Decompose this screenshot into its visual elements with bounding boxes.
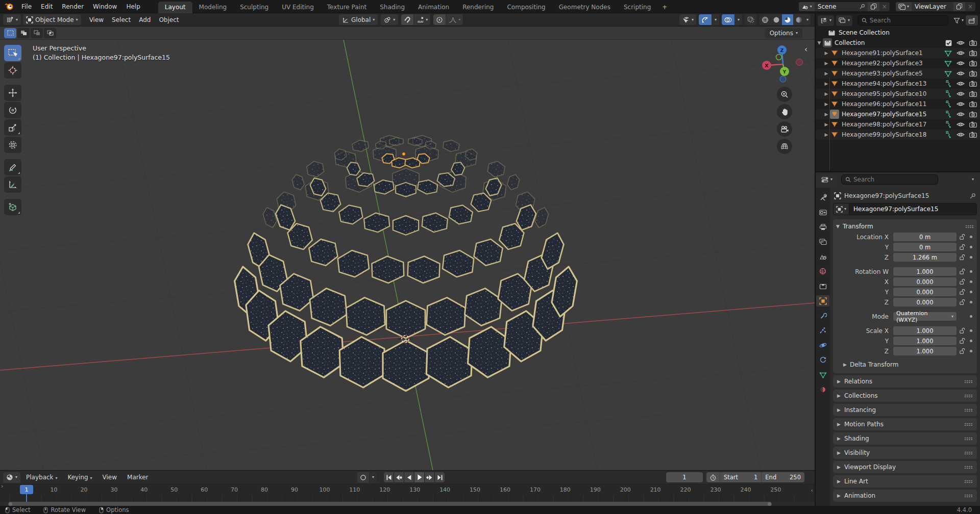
delta-transform-panel[interactable]: ▶Delta Transform (836, 359, 974, 370)
properties-tab-render[interactable] (816, 207, 829, 218)
viewlayer-selector[interactable]: ▾ ViewLayer × (895, 2, 976, 12)
expand-caret[interactable]: ▶ (823, 112, 830, 117)
properties-tab-collection[interactable] (816, 280, 829, 292)
expand-caret[interactable]: ▶ (823, 81, 830, 86)
disable-render-icon[interactable] (969, 132, 977, 138)
zoom-button[interactable] (777, 87, 792, 102)
workspace-tab-scripting[interactable]: Scripting (617, 2, 657, 13)
select-mode-extend[interactable] (17, 28, 30, 38)
animate-dot[interactable] (970, 315, 972, 318)
timeline-tracks[interactable] (0, 495, 815, 502)
menu-render[interactable]: Render (57, 2, 88, 12)
tool-rotate[interactable] (4, 102, 21, 118)
workspace-tab-uv-editing[interactable]: UV Editing (275, 2, 321, 13)
hide-eye-icon[interactable] (957, 111, 965, 117)
workspace-tab-shading[interactable]: Shading (373, 2, 411, 13)
tool-select-box[interactable] (4, 45, 21, 61)
shading-wireframe[interactable] (760, 14, 771, 25)
transform-value-field[interactable]: 1.000 (893, 347, 957, 355)
lock-icon[interactable] (957, 299, 968, 305)
panel-visibility[interactable]: ▶Visibility (833, 447, 977, 459)
tool-transform[interactable] (4, 137, 21, 153)
autokey-toggle[interactable] (357, 472, 369, 483)
outliner-item[interactable]: ▶Hexagone93:polySurface5 (816, 68, 980, 79)
object-origin-dot[interactable] (402, 152, 405, 156)
gizmos-toggle[interactable] (699, 14, 712, 25)
gizmo-neg-x-ball[interactable] (796, 59, 803, 66)
transform-value-field[interactable]: 0.000 (893, 298, 957, 306)
hide-eye-icon[interactable] (957, 81, 965, 87)
workspace-tab-rendering[interactable]: Rendering (456, 2, 500, 13)
workspace-tab-geometry-nodes[interactable]: Geometry Nodes (552, 2, 617, 13)
outliner-row-collection[interactable]: ▼Collection (816, 38, 980, 48)
autokey-dropdown[interactable]: ▾ (369, 472, 377, 483)
mesh-object-icon[interactable] (830, 89, 839, 98)
panel-instancing[interactable]: ▶Instancing (833, 404, 977, 416)
tool-cursor[interactable] (4, 62, 21, 79)
workspace-tab-layout[interactable]: Layout (158, 2, 192, 13)
proportional-falloff-selector[interactable]: ▾ (446, 14, 463, 25)
expand-caret[interactable]: ▶ (823, 61, 830, 66)
proportional-edit-toggle[interactable] (433, 14, 446, 25)
gizmos-dropdown[interactable]: ▾ (712, 14, 719, 25)
menu-object[interactable]: Object (155, 15, 183, 25)
hide-eye-icon[interactable] (957, 60, 965, 66)
exclude-checkbox[interactable] (945, 40, 952, 46)
play-reverse-button[interactable] (404, 472, 414, 482)
properties-tab-object[interactable] (816, 295, 829, 306)
selectability-icon[interactable]: ▾ (679, 14, 696, 25)
hide-eye-icon[interactable] (957, 70, 965, 76)
properties-tab-world[interactable] (816, 266, 829, 277)
viewport-3d[interactable]: User Perspective (1) Collection | Hexago… (0, 40, 815, 470)
animate-dot[interactable] (970, 280, 972, 283)
animate-dot[interactable] (970, 256, 972, 259)
panel-drag-handle[interactable] (965, 225, 974, 228)
hide-eye-icon[interactable] (957, 91, 965, 97)
pivot-point-selector[interactable]: ▾ (381, 14, 398, 25)
tool-scale[interactable] (4, 119, 21, 136)
mode-selector[interactable]: Object Mode ▾ (23, 14, 81, 25)
expand-caret[interactable]: ▶ (823, 132, 830, 137)
properties-tab-physics[interactable] (816, 340, 829, 351)
panel-shading[interactable]: ▶Shading (833, 432, 977, 445)
select-mode-subtract[interactable] (31, 28, 43, 38)
transform-value-field[interactable]: 1.000 (893, 267, 957, 276)
menu-file[interactable]: File (17, 2, 36, 12)
lock-icon[interactable] (957, 338, 968, 344)
viewlayer-name[interactable]: ViewLayer (912, 3, 953, 10)
expand-caret[interactable]: ▶ (823, 71, 830, 76)
animate-dot[interactable] (970, 329, 972, 332)
new-collection-button[interactable] (966, 15, 978, 25)
timeline-collapse-arrow[interactable]: ‹ (811, 487, 813, 494)
menu-select[interactable]: Select (108, 15, 135, 25)
playhead[interactable]: 1 (20, 485, 33, 494)
overlays-toggle[interactable] (722, 14, 734, 25)
properties-tab-particles[interactable] (816, 325, 829, 336)
viewport-canvas[interactable] (0, 40, 815, 470)
outliner-display-mode-button[interactable]: ▾ (836, 15, 852, 26)
pin-icon[interactable] (856, 2, 868, 11)
scene-selector[interactable]: ▾ Scene × (798, 2, 890, 12)
prev-keyframe-button[interactable] (394, 472, 404, 482)
camera-view-button[interactable] (777, 121, 792, 137)
overlays-dropdown[interactable]: ▾ (734, 14, 742, 25)
expand-caret[interactable]: ▼ (816, 40, 823, 45)
properties-tab-scene[interactable] (816, 251, 829, 262)
properties-tab-material[interactable] (816, 384, 829, 395)
tool-measure[interactable] (4, 176, 21, 193)
transform-panel-header[interactable]: ▼ Transform (836, 221, 974, 232)
animate-dot[interactable] (970, 246, 972, 248)
workspace-tab-sculpting[interactable]: Sculpting (233, 2, 275, 13)
outliner-item[interactable]: ▶Hexagone91:polySurface1 (816, 48, 980, 58)
outliner-item[interactable]: ▶Hexagone95:polySurface10 (816, 89, 980, 99)
mesh-object-icon[interactable] (830, 79, 839, 88)
lock-icon[interactable] (957, 234, 968, 240)
menu-marker[interactable]: Marker (122, 472, 153, 482)
properties-tab-view-layer[interactable] (816, 236, 829, 247)
panel-drag-handle[interactable] (964, 423, 973, 426)
panel-motion-paths[interactable]: ▶Motion Paths (833, 418, 977, 430)
outliner-item[interactable]: ▶Hexagone99:polySurface18 (816, 130, 980, 140)
animate-dot[interactable] (970, 236, 972, 238)
end-frame-field[interactable]: End250 (761, 472, 804, 482)
next-keyframe-button[interactable] (425, 472, 434, 482)
